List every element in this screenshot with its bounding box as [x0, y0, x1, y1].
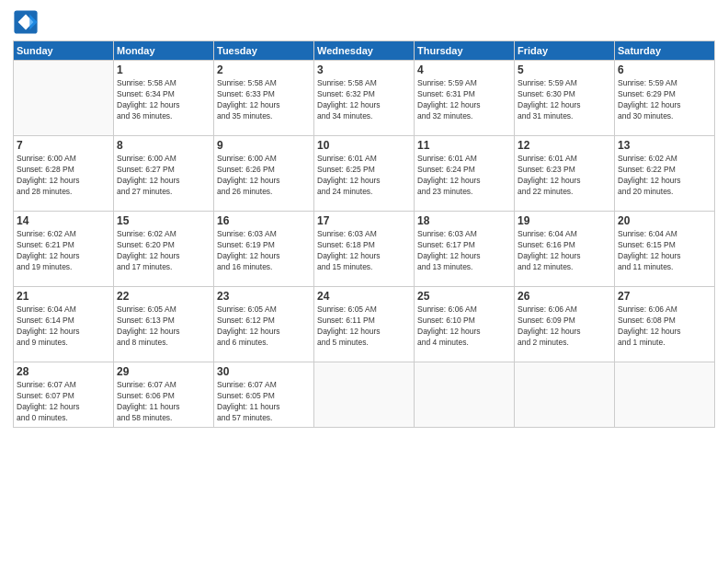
day-number: 5	[518, 63, 611, 76]
day-number: 10	[317, 139, 411, 152]
day-info: Sunrise: 6:04 AM Sunset: 6:14 PM Dayligh…	[17, 304, 110, 349]
calendar-cell: 7Sunrise: 6:00 AM Sunset: 6:28 PM Daylig…	[14, 136, 114, 212]
day-info: Sunrise: 6:02 AM Sunset: 6:22 PM Dayligh…	[618, 154, 711, 198]
weekday-header-wednesday: Wednesday	[314, 41, 415, 61]
weekday-header-row: SundayMondayTuesdayWednesdayThursdayFrid…	[14, 41, 715, 61]
day-number: 28	[17, 365, 110, 378]
calendar-cell: 9Sunrise: 6:00 AM Sunset: 6:26 PM Daylig…	[214, 136, 314, 212]
day-info: Sunrise: 6:03 AM Sunset: 6:17 PM Dayligh…	[417, 229, 511, 273]
calendar-cell: 20Sunrise: 6:04 AM Sunset: 6:15 PM Dayli…	[615, 212, 715, 287]
logo-icon	[13, 9, 39, 35]
day-number: 15	[117, 214, 210, 227]
day-number: 30	[217, 365, 311, 378]
calendar-cell: 16Sunrise: 6:03 AM Sunset: 6:19 PM Dayli…	[214, 212, 314, 287]
day-number: 7	[17, 139, 110, 152]
logo	[13, 9, 42, 35]
calendar-cell: 1Sunrise: 5:58 AM Sunset: 6:34 PM Daylig…	[114, 61, 214, 136]
day-info: Sunrise: 5:59 AM Sunset: 6:30 PM Dayligh…	[518, 78, 611, 122]
calendar-cell: 13Sunrise: 6:02 AM Sunset: 6:22 PM Dayli…	[615, 136, 715, 212]
weekday-header-thursday: Thursday	[415, 41, 515, 61]
weekday-header-sunday: Sunday	[14, 41, 114, 61]
day-number: 9	[217, 139, 311, 152]
day-info: Sunrise: 6:01 AM Sunset: 6:25 PM Dayligh…	[317, 154, 411, 198]
day-info: Sunrise: 5:58 AM Sunset: 6:32 PM Dayligh…	[317, 78, 411, 122]
day-number: 13	[618, 139, 711, 152]
day-number: 2	[217, 63, 311, 76]
day-info: Sunrise: 6:05 AM Sunset: 6:12 PM Dayligh…	[217, 304, 311, 349]
calendar-cell: 8Sunrise: 6:00 AM Sunset: 6:27 PM Daylig…	[114, 136, 214, 212]
day-number: 11	[417, 139, 511, 152]
day-info: Sunrise: 6:01 AM Sunset: 6:24 PM Dayligh…	[417, 154, 511, 198]
weekday-header-friday: Friday	[515, 41, 615, 61]
calendar-week-4: 21Sunrise: 6:04 AM Sunset: 6:14 PM Dayli…	[14, 287, 715, 362]
weekday-header-tuesday: Tuesday	[214, 41, 314, 61]
calendar-cell: 15Sunrise: 6:02 AM Sunset: 6:20 PM Dayli…	[114, 212, 214, 287]
day-info: Sunrise: 6:03 AM Sunset: 6:19 PM Dayligh…	[217, 229, 311, 273]
day-info: Sunrise: 6:00 AM Sunset: 6:27 PM Dayligh…	[117, 154, 210, 198]
day-info: Sunrise: 5:58 AM Sunset: 6:33 PM Dayligh…	[217, 78, 311, 122]
day-number: 21	[17, 290, 110, 303]
day-number: 8	[117, 139, 210, 152]
day-number: 24	[317, 290, 411, 303]
calendar-cell: 11Sunrise: 6:01 AM Sunset: 6:24 PM Dayli…	[415, 136, 515, 212]
day-info: Sunrise: 6:06 AM Sunset: 6:10 PM Dayligh…	[417, 304, 511, 349]
day-number: 6	[618, 63, 711, 76]
day-info: Sunrise: 6:00 AM Sunset: 6:28 PM Dayligh…	[17, 154, 110, 198]
day-number: 12	[518, 139, 611, 152]
day-number: 26	[518, 290, 611, 303]
calendar-body: 1Sunrise: 5:58 AM Sunset: 6:34 PM Daylig…	[14, 61, 715, 428]
day-info: Sunrise: 6:06 AM Sunset: 6:08 PM Dayligh…	[618, 304, 711, 349]
calendar-cell: 21Sunrise: 6:04 AM Sunset: 6:14 PM Dayli…	[14, 287, 114, 362]
calendar-cell: 17Sunrise: 6:03 AM Sunset: 6:18 PM Dayli…	[314, 212, 415, 287]
calendar-cell: 26Sunrise: 6:06 AM Sunset: 6:09 PM Dayli…	[515, 287, 615, 362]
calendar-cell	[14, 61, 114, 136]
calendar-week-5: 28Sunrise: 6:07 AM Sunset: 6:07 PM Dayli…	[14, 362, 715, 428]
page: SundayMondayTuesdayWednesdayThursdayFrid…	[0, 0, 728, 563]
day-info: Sunrise: 6:03 AM Sunset: 6:18 PM Dayligh…	[317, 229, 411, 273]
calendar-cell: 29Sunrise: 6:07 AM Sunset: 6:06 PM Dayli…	[114, 362, 214, 428]
day-number: 14	[17, 214, 110, 227]
calendar-cell: 30Sunrise: 6:07 AM Sunset: 6:05 PM Dayli…	[214, 362, 314, 428]
day-info: Sunrise: 6:07 AM Sunset: 6:06 PM Dayligh…	[117, 380, 210, 424]
day-number: 3	[317, 63, 411, 76]
day-number: 27	[618, 290, 711, 303]
day-number: 20	[618, 214, 711, 227]
day-info: Sunrise: 6:05 AM Sunset: 6:11 PM Dayligh…	[317, 304, 411, 349]
calendar-cell: 5Sunrise: 5:59 AM Sunset: 6:30 PM Daylig…	[515, 61, 615, 136]
calendar-week-1: 1Sunrise: 5:58 AM Sunset: 6:34 PM Daylig…	[14, 61, 715, 136]
day-number: 25	[417, 290, 511, 303]
calendar-cell: 18Sunrise: 6:03 AM Sunset: 6:17 PM Dayli…	[415, 212, 515, 287]
calendar-cell	[615, 362, 715, 428]
day-info: Sunrise: 6:01 AM Sunset: 6:23 PM Dayligh…	[518, 154, 611, 198]
calendar-cell: 6Sunrise: 5:59 AM Sunset: 6:29 PM Daylig…	[615, 61, 715, 136]
day-info: Sunrise: 6:04 AM Sunset: 6:16 PM Dayligh…	[518, 229, 611, 273]
weekday-header-saturday: Saturday	[615, 41, 715, 61]
calendar-cell: 23Sunrise: 6:05 AM Sunset: 6:12 PM Dayli…	[214, 287, 314, 362]
calendar-week-2: 7Sunrise: 6:00 AM Sunset: 6:28 PM Daylig…	[14, 136, 715, 212]
calendar-cell	[515, 362, 615, 428]
day-info: Sunrise: 5:59 AM Sunset: 6:31 PM Dayligh…	[417, 78, 511, 122]
day-info: Sunrise: 6:07 AM Sunset: 6:07 PM Dayligh…	[17, 380, 110, 424]
calendar-cell: 4Sunrise: 5:59 AM Sunset: 6:31 PM Daylig…	[415, 61, 515, 136]
day-number: 1	[117, 63, 210, 76]
calendar-week-3: 14Sunrise: 6:02 AM Sunset: 6:21 PM Dayli…	[14, 212, 715, 287]
day-number: 17	[317, 214, 411, 227]
weekday-header-monday: Monday	[114, 41, 214, 61]
calendar-cell: 28Sunrise: 6:07 AM Sunset: 6:07 PM Dayli…	[14, 362, 114, 428]
calendar-cell: 19Sunrise: 6:04 AM Sunset: 6:16 PM Dayli…	[515, 212, 615, 287]
calendar-cell	[415, 362, 515, 428]
calendar-cell: 10Sunrise: 6:01 AM Sunset: 6:25 PM Dayli…	[314, 136, 415, 212]
day-number: 4	[417, 63, 511, 76]
day-info: Sunrise: 6:04 AM Sunset: 6:15 PM Dayligh…	[618, 229, 711, 273]
calendar-cell: 22Sunrise: 6:05 AM Sunset: 6:13 PM Dayli…	[114, 287, 214, 362]
header	[13, 9, 715, 35]
day-number: 19	[518, 214, 611, 227]
day-info: Sunrise: 6:00 AM Sunset: 6:26 PM Dayligh…	[217, 154, 311, 198]
day-number: 16	[217, 214, 311, 227]
calendar-cell: 12Sunrise: 6:01 AM Sunset: 6:23 PM Dayli…	[515, 136, 615, 212]
day-info: Sunrise: 6:02 AM Sunset: 6:21 PM Dayligh…	[17, 229, 110, 273]
day-number: 29	[117, 365, 210, 378]
calendar-cell: 14Sunrise: 6:02 AM Sunset: 6:21 PM Dayli…	[14, 212, 114, 287]
day-info: Sunrise: 5:58 AM Sunset: 6:34 PM Dayligh…	[117, 78, 210, 122]
calendar-cell: 27Sunrise: 6:06 AM Sunset: 6:08 PM Dayli…	[615, 287, 715, 362]
